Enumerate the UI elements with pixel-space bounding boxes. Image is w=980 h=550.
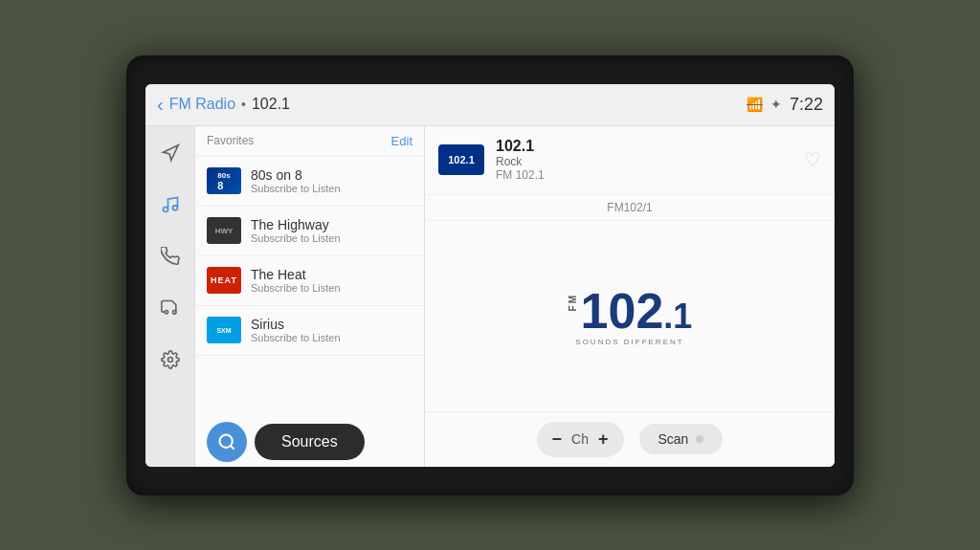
station-info: 80s on 8 Subscribe to Listen [251,167,412,194]
time-display: 7:22 [790,95,823,115]
sidebar-icon-settings[interactable] [153,342,188,377]
svg-marker-0 [163,144,178,160]
wifi-off-icon: 📶 [746,97,763,112]
screen: ‹ FM Radio • 102.1 📶 ✦ 7:22 [145,84,835,467]
search-button[interactable] [207,422,247,462]
station-name: Sirius [251,317,412,332]
station-info: The Highway Subscribe to Listen [251,217,412,244]
station-logo-sirius: SXM [207,317,241,343]
favorite-button[interactable]: ♡ [804,148,821,171]
edit-button[interactable]: Edit [391,134,412,148]
list-item[interactable]: SXM Sirius Subscribe to Listen [195,306,424,356]
fm-logo: FM 102 .1 SOUNDS DIFFERENT [568,286,693,346]
favorites-label: Favorites [207,134,254,147]
station-name: 80s on 8 [251,167,412,183]
header-right: 📶 ✦ 7:22 [746,95,823,115]
channel-control: − Ch + [537,422,624,457]
scan-button[interactable]: Scan [639,424,724,454]
station-name: The Heat [251,267,412,282]
header-frequency: 102.1 [252,96,290,113]
svg-point-6 [220,434,233,447]
channel-plus-button[interactable]: + [598,429,609,450]
scan-indicator [696,435,703,443]
bottom-controls: − Ch + Scan [425,411,835,467]
now-playing: 102.1 102.1 Rock FM 102.1 ♡ [425,126,835,195]
ch-label: Ch [571,431,589,447]
fm-channel-label: FM102/1 [425,195,835,221]
fm-text-label: FM [568,294,578,311]
favorites-header: Favorites Edit [195,126,424,157]
sidebar-icon-navigation[interactable] [153,136,188,170]
list-item[interactable]: 80s8 80s on 8 Subscribe to Listen [195,157,424,207]
station-sub: Subscribe to Listen [251,332,412,343]
now-playing-info: 102.1 Rock FM 102.1 [496,138,804,182]
station-logo-heat: HEAT [207,267,241,294]
header-separator: • [241,97,246,112]
svg-point-4 [172,310,175,313]
back-button[interactable]: ‹ [157,94,164,116]
list-item[interactable]: HWY The Highway Subscribe to Listen [195,207,424,256]
header-bar: ‹ FM Radio • 102.1 📶 ✦ 7:22 [145,84,835,126]
sources-button[interactable]: Sources [255,424,365,460]
badge-text: 102.1 [448,154,475,165]
station-name: The Highway [251,217,412,232]
frequency-number: 102 [581,286,664,336]
sidebar-icon-car[interactable] [153,291,188,325]
station-badge: 102.1 [438,144,484,175]
svg-point-2 [172,205,177,209]
sidebar-icon-phone[interactable] [153,239,188,274]
svg-line-7 [231,445,234,449]
station-logo-large: FM 102 .1 SOUNDS DIFFERENT [425,221,835,411]
search-sources-bar: Sources [195,417,424,467]
svg-point-3 [165,310,167,313]
frequency-decimal: .1 [663,299,692,334]
svg-point-1 [163,207,167,211]
header-title: FM Radio [169,96,235,113]
station-sub: Subscribe to Listen [251,232,412,244]
sidebar [145,126,195,467]
station-logo-80s: 80s8 [207,167,241,194]
bluetooth-icon: ✦ [770,97,782,112]
now-playing-full-name: FM 102.1 [496,168,804,182]
left-panel: Favorites Edit 80s8 80s on 8 Subscribe t… [195,126,425,467]
now-playing-genre: Rock [496,155,804,168]
main-content: Favorites Edit 80s8 80s on 8 Subscribe t… [145,126,835,467]
station-info: The Heat Subscribe to Listen [251,267,412,294]
right-panel: 102.1 102.1 Rock FM 102.1 ♡ FM102/1 [425,126,835,467]
station-logo-highway: HWY [207,217,241,244]
now-playing-frequency: 102.1 [496,138,804,155]
station-sub: Subscribe to Listen [251,183,412,194]
station-info: Sirius Subscribe to Listen [251,317,412,343]
station-tagline: SOUNDS DIFFERENT [575,338,683,346]
channel-minus-button[interactable]: − [552,429,563,450]
sidebar-icon-music[interactable] [153,187,188,222]
scan-label: Scan [658,431,689,447]
station-sub: Subscribe to Listen [251,282,412,294]
svg-point-5 [167,357,172,362]
list-item[interactable]: HEAT The Heat Subscribe to Listen [195,256,424,306]
car-bezel: ‹ FM Radio • 102.1 📶 ✦ 7:22 [126,55,854,495]
